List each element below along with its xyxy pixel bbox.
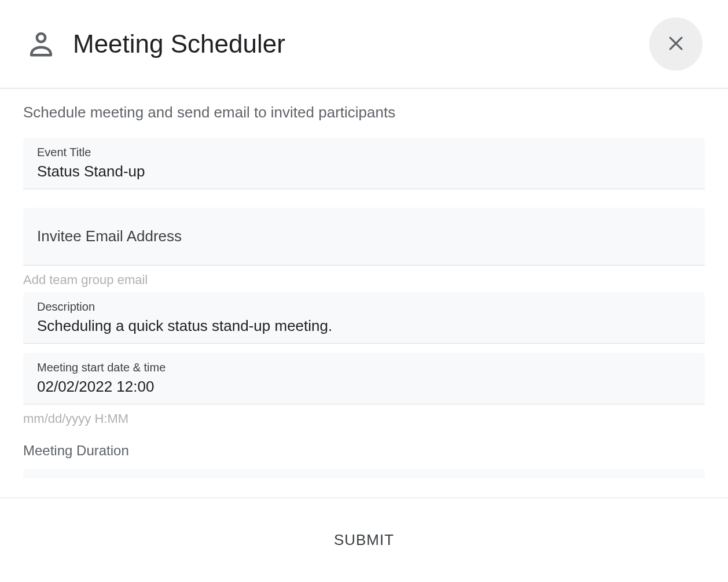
- duration-label: Meeting Duration: [23, 431, 705, 469]
- invitee-email-placeholder: Invitee Email Address: [37, 227, 691, 245]
- start-datetime-helper: mm/dd/yyyy H:MM: [23, 404, 705, 426]
- invitee-email-field[interactable]: Invitee Email Address: [23, 208, 705, 266]
- header-left: Meeting Scheduler: [25, 28, 285, 60]
- start-datetime-label: Meeting start date & time: [37, 361, 691, 374]
- dialog-header: Meeting Scheduler: [0, 0, 728, 89]
- event-title-input[interactable]: [37, 163, 691, 181]
- start-datetime-input[interactable]: [37, 378, 691, 396]
- start-datetime-field[interactable]: Meeting start date & time: [23, 353, 705, 404]
- dialog-subtitle: Schedule meeting and send email to invit…: [23, 104, 705, 121]
- duration-field[interactable]: [23, 469, 705, 478]
- dialog-title: Meeting Scheduler: [73, 30, 285, 58]
- invitee-email-helper: Add team group email: [23, 266, 705, 288]
- close-icon: [666, 34, 686, 55]
- submit-button[interactable]: SUBMIT: [334, 531, 394, 549]
- close-button[interactable]: [649, 17, 703, 71]
- description-input[interactable]: [37, 317, 691, 335]
- svg-point-0: [37, 34, 45, 42]
- dialog-footer: SUBMIT: [0, 498, 728, 582]
- description-field[interactable]: Description: [23, 292, 705, 344]
- event-title-label: Event Title: [37, 146, 691, 159]
- person-icon: [25, 28, 57, 60]
- description-label: Description: [37, 300, 691, 314]
- dialog-content: Schedule meeting and send email to invit…: [0, 89, 728, 499]
- event-title-field[interactable]: Event Title: [23, 138, 705, 189]
